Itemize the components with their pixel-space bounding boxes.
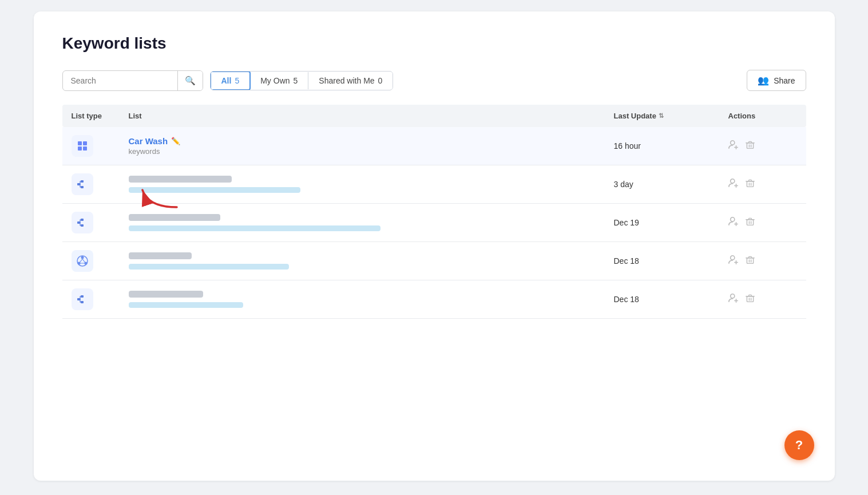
- svg-rect-1: [83, 141, 87, 145]
- delete-icon[interactable]: [746, 294, 755, 306]
- blurred-sub-bar: [129, 302, 243, 308]
- share-label: Share: [774, 76, 795, 85]
- table-row: 3 day: [62, 165, 806, 204]
- tab-my-own[interactable]: My Own 5: [250, 72, 308, 89]
- blurred-name-bar: [129, 214, 220, 221]
- svg-rect-11: [77, 221, 80, 224]
- list-type-cell: [72, 212, 129, 233]
- tab-all-label: All: [221, 76, 232, 85]
- list-info: [129, 252, 614, 270]
- list-sub: keywords: [129, 147, 614, 156]
- tab-shared-with-me-label: Shared with Me: [319, 76, 374, 85]
- svg-point-17: [81, 256, 84, 259]
- table-row: Car Wash ✏️ keywords 16 hour: [62, 127, 806, 165]
- main-container: Keyword lists 🔍 All 5 My Own 5 Share: [34, 11, 835, 481]
- delete-icon[interactable]: [746, 140, 755, 152]
- delete-icon[interactable]: [746, 255, 755, 267]
- last-update: Dec 18: [614, 256, 728, 266]
- svg-rect-15: [747, 219, 753, 225]
- list-info: Car Wash ✏️ keywords: [129, 136, 614, 156]
- add-user-icon[interactable]: [728, 140, 739, 153]
- svg-rect-22: [77, 298, 80, 300]
- svg-rect-2: [78, 146, 82, 151]
- list-type-cell: [72, 250, 129, 272]
- search-wrapper: 🔍: [62, 70, 203, 91]
- help-label: ?: [795, 438, 803, 453]
- filter-tabs: All 5 My Own 5 Shared with Me 0: [210, 71, 394, 90]
- svg-rect-23: [81, 295, 84, 298]
- blurred-name-bar: [129, 252, 192, 259]
- share-users-icon: 👥: [758, 75, 769, 86]
- list-type-cell: [72, 288, 129, 310]
- last-update: Dec 19: [614, 218, 728, 227]
- share-button[interactable]: 👥 Share: [747, 70, 806, 91]
- add-user-icon[interactable]: [728, 178, 739, 191]
- search-button[interactable]: 🔍: [177, 71, 203, 90]
- svg-rect-7: [81, 180, 84, 183]
- svg-rect-3: [83, 146, 87, 151]
- table-row: Dec 19: [62, 204, 806, 242]
- col-list: List: [129, 112, 614, 120]
- actions-cell: [728, 255, 797, 268]
- list-info: [129, 291, 614, 308]
- tab-my-own-count: 5: [294, 76, 298, 85]
- col-actions: Actions: [728, 112, 797, 120]
- svg-rect-13: [81, 224, 84, 227]
- svg-rect-21: [747, 258, 753, 263]
- edit-icon[interactable]: ✏️: [171, 137, 180, 145]
- svg-rect-12: [81, 219, 84, 221]
- last-update: 16 hour: [614, 141, 728, 151]
- svg-rect-0: [78, 141, 82, 145]
- actions-cell: [728, 216, 797, 229]
- last-update: 3 day: [614, 180, 728, 189]
- last-update: Dec 18: [614, 295, 728, 304]
- col-list-type: List type: [72, 112, 129, 120]
- tab-all[interactable]: All 5: [210, 71, 251, 90]
- svg-rect-5: [747, 142, 753, 148]
- icon-hierarchy: [72, 173, 93, 195]
- svg-point-9: [730, 179, 734, 183]
- svg-point-14: [730, 217, 734, 221]
- table-row: Dec 18: [62, 280, 806, 319]
- delete-icon[interactable]: [746, 217, 755, 229]
- tab-my-own-label: My Own: [260, 76, 290, 85]
- svg-point-25: [730, 294, 734, 298]
- table: List type List Last Update ⇅ Actions: [62, 105, 806, 319]
- page-title: Keyword lists: [62, 34, 806, 53]
- actions-cell: [728, 178, 797, 191]
- icon-hierarchy: [72, 288, 93, 310]
- icon-hierarchy: [72, 212, 93, 233]
- svg-point-4: [730, 140, 734, 144]
- svg-rect-6: [77, 183, 80, 185]
- svg-rect-24: [81, 301, 84, 303]
- col-last-update[interactable]: Last Update ⇅: [614, 112, 728, 120]
- blurred-sub-bar: [129, 264, 289, 270]
- list-info: [129, 176, 614, 193]
- blurred-sub-bar: [129, 187, 300, 193]
- icon-cluster: [72, 250, 93, 272]
- blurred-name-bar: [129, 291, 203, 298]
- delete-icon[interactable]: [746, 179, 755, 191]
- sort-icon: ⇅: [659, 112, 664, 120]
- svg-rect-26: [747, 296, 753, 302]
- list-name: Car Wash ✏️: [129, 136, 614, 146]
- svg-rect-10: [747, 181, 753, 187]
- tab-shared-with-me[interactable]: Shared with Me 0: [308, 72, 393, 89]
- list-info: [129, 214, 614, 231]
- tab-shared-with-me-count: 0: [378, 76, 383, 85]
- table-row: Dec 18: [62, 242, 806, 280]
- actions-cell: [728, 293, 797, 306]
- list-type-cell: [72, 173, 129, 195]
- table-header: List type List Last Update ⇅ Actions: [62, 105, 806, 127]
- search-icon: 🔍: [185, 76, 196, 85]
- add-user-icon[interactable]: [728, 255, 739, 268]
- icon-table: [72, 135, 93, 157]
- search-input[interactable]: [63, 72, 177, 90]
- blurred-name-bar: [129, 176, 232, 183]
- add-user-icon[interactable]: [728, 293, 739, 306]
- toolbar: 🔍 All 5 My Own 5 Shared with Me 0 👥: [62, 70, 806, 91]
- list-name-text: Car Wash: [129, 136, 168, 146]
- help-button[interactable]: ?: [784, 430, 814, 460]
- add-user-icon[interactable]: [728, 216, 739, 229]
- tab-all-count: 5: [235, 76, 239, 85]
